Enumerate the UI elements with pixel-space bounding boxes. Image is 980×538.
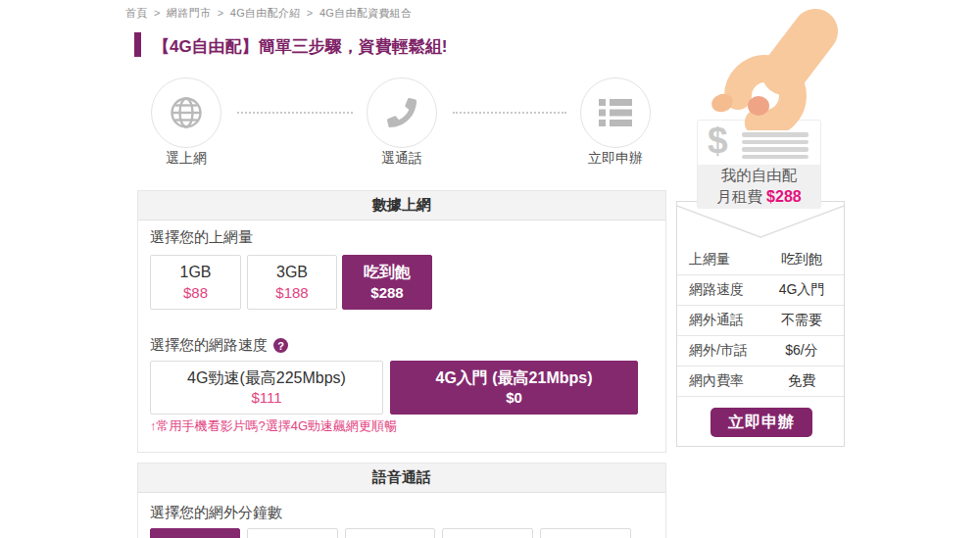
phone-icon [387, 98, 416, 127]
breadcrumb-item-home[interactable]: 首頁 [125, 7, 148, 19]
title-accent-bar [134, 32, 141, 57]
step-circle-internet [151, 77, 221, 148]
option-price: $111 [251, 388, 281, 408]
voice-panel-header: 語音通話 [138, 464, 665, 493]
apply-now-button[interactable]: 立即申辦 [710, 408, 812, 437]
data-panel: 數據上網 選擇您的上網量 1GB $88 3GB $188 吃到飽 $288 選… [137, 190, 666, 453]
fingertip-shade [748, 96, 769, 116]
page-title: 【4G自由配】簡單三步驟，資費輕鬆組! [153, 35, 447, 58]
summary-row-value: 免費 [760, 372, 844, 390]
volume-option-1gb[interactable]: 1GB $88 [150, 255, 241, 310]
breadcrumb-separator: > [154, 7, 161, 19]
minutes-option[interactable] [540, 528, 631, 538]
step-label-apply: 立即申辦 [566, 150, 664, 168]
minutes-label-text: 選擇您的網外分鐘數 [150, 504, 282, 522]
summary-row: 上網量 吃到飽 [677, 245, 844, 275]
breadcrumb-separator: > [218, 7, 224, 19]
summary-row: 網外通話 不需要 [677, 306, 844, 336]
globe-icon [169, 95, 204, 130]
summary-row-label: 網外/市話 [689, 342, 748, 360]
hand-illustration [698, 8, 845, 130]
fee-summary-strip: 我的自由配 月租費 $288 [698, 165, 820, 209]
option-name: 4G入門 (最高21Mbps) [435, 367, 592, 389]
step-label-internet: 選上網 [137, 150, 235, 168]
help-icon[interactable]: ? [273, 338, 288, 353]
speed-note: ↑常用手機看影片嗎?選擇4G勁速飆網更順暢 [150, 417, 397, 435]
summary-row: 網外/市話 $6/分 [677, 336, 844, 367]
receipt-line [742, 132, 808, 137]
step-connector-dots [237, 112, 353, 114]
option-price: $188 [275, 283, 308, 303]
summary-row: 網內費率 免費 [677, 367, 844, 397]
summary-row-label: 網路速度 [689, 281, 744, 299]
fee-receipt: $ 我的自由配 月租費 $288 [697, 120, 821, 209]
speed-label-text: 選擇您的網路速度 [150, 336, 268, 355]
volume-label-text: 選擇您的上網量 [150, 228, 253, 247]
fee-line: 月租費 $288 [716, 186, 801, 208]
fee-label: 月租費 [716, 188, 762, 205]
receipt-line [742, 140, 808, 145]
voice-panel: 語音通話 選擇您的網外分鐘數 [137, 463, 666, 538]
fee-plan-name: 我的自由配 [721, 165, 798, 186]
breadcrumb-item-intro[interactable]: 4G自由配介紹 [230, 7, 301, 19]
step-circle-apply [580, 77, 651, 148]
option-name: 吃到飽 [364, 262, 411, 283]
breadcrumb: 首頁 > 網路門市 > 4G自由配介紹 > 4G自由配資費組合 [125, 6, 415, 21]
data-panel-header: 數據上網 [138, 191, 665, 220]
summary-row-value: 不需要 [760, 312, 844, 329]
volume-section-label: 選擇您的上網量 [150, 228, 253, 247]
summary-row-label: 網內費率 [689, 372, 744, 390]
option-price: $88 [183, 283, 208, 303]
step-label-voice: 選通話 [353, 150, 451, 168]
minutes-option[interactable] [150, 528, 240, 538]
step-circle-voice [367, 77, 437, 148]
summary-row-value: 吃到飽 [760, 251, 844, 269]
receipt-line [742, 147, 808, 152]
speed-option-fast[interactable]: 4G勁速(最高225Mbps) $111 [150, 361, 383, 415]
minutes-option[interactable] [345, 528, 435, 538]
summary-row-label: 網外通話 [689, 312, 744, 329]
option-name: 3GB [276, 262, 308, 283]
breadcrumb-separator: > [307, 7, 314, 19]
breadcrumb-item-current: 4G自由配資費組合 [319, 7, 412, 19]
minutes-section-label: 選擇您的網外分鐘數 [150, 504, 282, 522]
fee-value: $288 [766, 188, 802, 205]
option-name: 4G勁速(最高225Mbps) [187, 367, 346, 389]
summary-row-value: $6/分 [760, 342, 844, 360]
step-connector-dots [453, 112, 566, 114]
minutes-option[interactable] [442, 528, 533, 538]
speed-option-basic[interactable]: 4G入門 (最高21Mbps) $0 [390, 361, 638, 415]
option-price: $288 [370, 283, 403, 303]
summary-row: 網路速度 4G入門 [677, 275, 844, 306]
volume-option-3gb[interactable]: 3GB $188 [247, 255, 337, 310]
breadcrumb-item-store[interactable]: 網路門市 [167, 7, 211, 19]
summary-row-value: 4G入門 [760, 281, 844, 299]
option-name: 1GB [179, 262, 211, 283]
speed-section-label: 選擇您的網路速度 ? [150, 336, 288, 355]
summary-envelope: 上網量 吃到飽 網路速度 4G入門 網外通話 不需要 網外/市話 $6/分 網內… [676, 201, 845, 447]
option-price: $0 [506, 388, 522, 408]
minutes-option[interactable] [247, 528, 338, 538]
summary-row-label: 上網量 [689, 251, 730, 269]
receipt-line [742, 155, 808, 160]
volume-option-unlimited[interactable]: 吃到飽 $288 [342, 255, 432, 310]
list-icon [599, 98, 632, 127]
